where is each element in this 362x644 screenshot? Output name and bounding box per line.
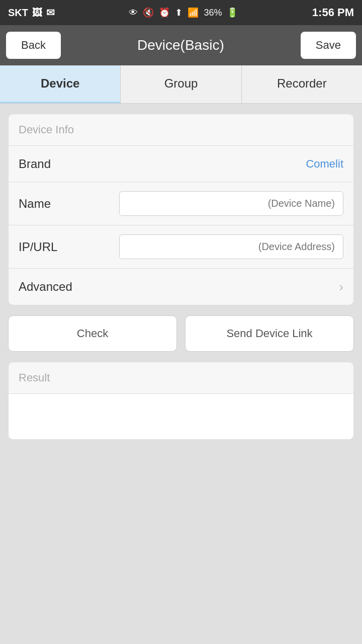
advanced-label: Advanced xyxy=(19,280,109,294)
brand-label: Brand xyxy=(19,157,109,171)
alarm-icon: ⏰ xyxy=(159,7,170,18)
nav-bar: Back Device(Basic) Save xyxy=(0,25,362,65)
status-left: SKT 🖼 ✉ xyxy=(8,7,55,19)
save-button[interactable]: Save xyxy=(301,32,356,59)
brand-value: Comelit xyxy=(306,157,343,171)
back-button[interactable]: Back xyxy=(6,32,61,59)
check-button[interactable]: Check xyxy=(8,315,177,352)
battery-text: 36% xyxy=(204,8,222,18)
name-row: Name xyxy=(9,182,353,225)
brand-row: Brand Comelit xyxy=(9,146,353,182)
signal-icon: 📶 xyxy=(188,7,199,18)
photo-icon: 🖼 xyxy=(32,7,42,19)
action-buttons: Check Send Device Link xyxy=(8,315,354,352)
battery-icon: 🔋 xyxy=(227,7,238,18)
device-info-card: Device Info Brand Comelit Name IP/URL Ad… xyxy=(8,114,354,305)
advanced-row[interactable]: Advanced › xyxy=(9,269,353,305)
name-input[interactable] xyxy=(119,191,343,216)
tab-bar: Device Group Recorder xyxy=(0,65,362,104)
time-display: 1:56 PM xyxy=(312,6,354,19)
send-device-link-button[interactable]: Send Device Link xyxy=(185,315,354,352)
eye-icon: 👁 xyxy=(129,8,138,18)
ipurl-label: IP/URL xyxy=(19,240,109,254)
carrier-text: SKT xyxy=(8,7,28,19)
ipurl-row: IP/URL xyxy=(9,225,353,269)
page-title: Device(Basic) xyxy=(137,37,224,53)
result-header: Result xyxy=(9,362,353,394)
tab-recorder[interactable]: Recorder xyxy=(242,65,362,103)
name-label: Name xyxy=(19,197,109,211)
tab-group[interactable]: Group xyxy=(121,65,241,103)
ipurl-input[interactable] xyxy=(119,234,343,259)
result-content-area xyxy=(9,394,353,439)
chevron-right-icon: › xyxy=(339,279,343,295)
result-card: Result xyxy=(8,362,354,440)
message-icon: ✉ xyxy=(46,7,55,19)
status-center: 👁 🔇 ⏰ ⬆ 📶 36% 🔋 xyxy=(129,7,238,18)
sync-icon: ⬆ xyxy=(175,7,183,18)
mute-icon: 🔇 xyxy=(143,7,154,18)
status-bar: SKT 🖼 ✉ 👁 🔇 ⏰ ⬆ 📶 36% 🔋 1:56 PM xyxy=(0,0,362,25)
main-content: Device Info Brand Comelit Name IP/URL Ad… xyxy=(0,104,362,460)
tab-device[interactable]: Device xyxy=(0,65,121,103)
device-info-header: Device Info xyxy=(9,114,353,146)
